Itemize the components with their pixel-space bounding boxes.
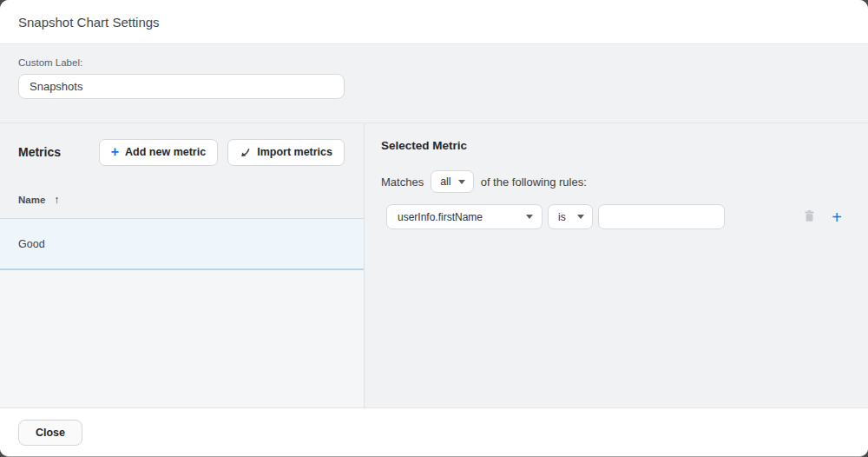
metrics-button-group: + Add new metric Import metrics <box>99 139 345 166</box>
rule-operator-value: is <box>558 211 566 223</box>
rule-actions: + <box>804 209 845 226</box>
dialog-footer: Close <box>0 407 868 456</box>
rule-field-select[interactable]: userInfo.firstName <box>386 204 542 229</box>
selected-metric-panel: Selected Metric Matches all of the follo… <box>365 123 868 407</box>
plus-icon: + <box>111 145 119 159</box>
add-new-metric-label: Add new metric <box>125 146 206 158</box>
metrics-toolbar: Metrics + Add new metric Import <box>0 123 364 181</box>
rule-row: userInfo.firstName is <box>386 204 851 229</box>
chevron-down-icon <box>526 215 533 219</box>
metrics-panel: Metrics + Add new metric Import <box>0 123 365 407</box>
delete-rule-button[interactable] <box>804 209 815 225</box>
snapshot-chart-settings-dialog: Snapshot Chart Settings Custom Label: Me… <box>0 0 868 457</box>
add-rule-button[interactable]: + <box>832 209 842 226</box>
metric-list: Good <box>0 219 364 407</box>
dialog-title: Snapshot Chart Settings <box>18 15 160 30</box>
chevron-down-icon <box>577 215 584 219</box>
name-column-label: Name <box>18 195 45 205</box>
import-metrics-button[interactable]: Import metrics <box>227 139 345 166</box>
metric-row-good[interactable]: Good <box>0 219 364 270</box>
dialog-header: Snapshot Chart Settings <box>0 0 868 44</box>
custom-label-section: Custom Label: <box>0 44 868 123</box>
rule-operator-select[interactable]: is <box>548 204 593 229</box>
import-metrics-label: Import metrics <box>257 146 332 158</box>
selected-metric-heading: Selected Metric <box>381 139 851 152</box>
matches-suffix-text: of the following rules: <box>481 176 587 189</box>
dialog-body: Metrics + Add new metric Import <box>0 123 868 407</box>
metrics-heading: Metrics <box>18 145 61 159</box>
matches-prefix-text: Matches <box>381 176 424 189</box>
custom-label: Custom Label: <box>18 57 850 68</box>
sort-ascending-icon: ↑ <box>54 195 59 205</box>
plus-icon: + <box>832 209 842 226</box>
chevron-down-icon <box>458 180 465 184</box>
match-type-select[interactable]: all <box>431 170 474 193</box>
custom-label-input[interactable] <box>18 74 345 99</box>
match-type-value: all <box>440 176 451 188</box>
metric-name: Good <box>18 238 45 250</box>
add-new-metric-button[interactable]: + Add new metric <box>99 139 218 166</box>
rule-field-value: userInfo.firstName <box>398 211 483 223</box>
import-arrow-icon <box>240 147 251 158</box>
match-sentence: Matches all of the following rules: <box>381 170 851 193</box>
trash-icon <box>804 209 815 225</box>
name-column-header[interactable]: Name ↑ <box>0 181 364 219</box>
rule-value-input[interactable] <box>598 204 725 229</box>
close-button[interactable]: Close <box>18 420 82 446</box>
